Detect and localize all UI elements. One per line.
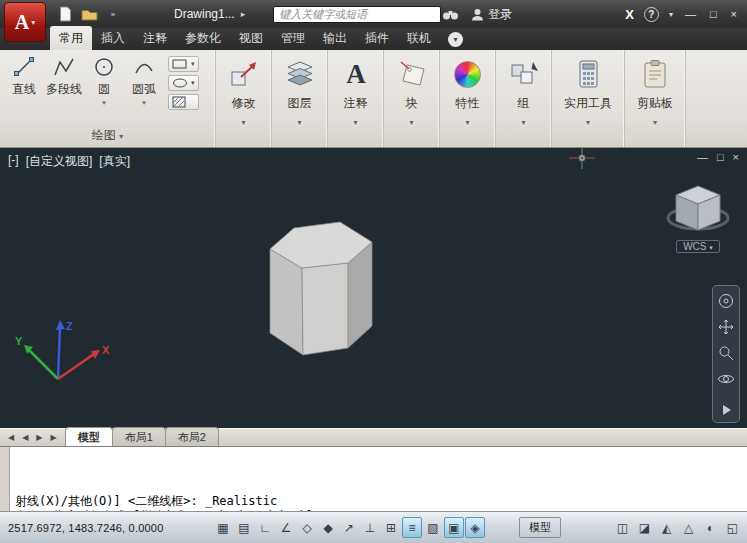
autocad-window: A ▾ » Drawing1... ▸ 登录 X bbox=[0, 0, 747, 543]
workspace-button[interactable]: ◐ bbox=[701, 518, 720, 538]
block-panel-button[interactable]: 块 ▾ bbox=[384, 50, 440, 147]
help-dropdown-icon[interactable]: ▾ bbox=[669, 10, 673, 19]
title-flyout-icon[interactable]: ▸ bbox=[241, 9, 246, 19]
showmotion-button[interactable] bbox=[717, 401, 735, 422]
steering-wheel-icon bbox=[717, 292, 735, 310]
pan-button[interactable] bbox=[717, 318, 735, 339]
clipboard-panel-button[interactable]: 剪贴板 ▾ bbox=[625, 50, 686, 147]
minimize-button[interactable]: — bbox=[683, 8, 698, 20]
app-menu-button[interactable]: A ▾ bbox=[4, 2, 46, 42]
new-file-button[interactable] bbox=[56, 4, 74, 24]
snap-toggle[interactable]: ▦ bbox=[213, 517, 233, 538]
annotation-autoscale-button[interactable]: △ bbox=[679, 518, 698, 538]
properties-panel-button[interactable]: 特性 ▾ bbox=[440, 50, 496, 147]
layout1-tab[interactable]: 布局1 bbox=[112, 427, 166, 446]
drawing-viewport[interactable]: [-] [自定义视图] [真实] — □ × Z Y X bbox=[0, 148, 747, 428]
help-button[interactable]: ? bbox=[644, 7, 659, 22]
chevron-down-icon: ▾ bbox=[709, 244, 713, 251]
block-icon bbox=[397, 59, 427, 89]
command-window-splitter[interactable] bbox=[0, 447, 10, 511]
ellipse-tool-button[interactable]: ▾ bbox=[168, 75, 199, 91]
orbit-button[interactable] bbox=[717, 370, 735, 391]
groups-panel-button[interactable]: 组 ▾ bbox=[496, 50, 552, 147]
document-title: Drawing1... bbox=[174, 7, 235, 21]
line-tool-button[interactable]: 直线 bbox=[4, 55, 44, 107]
tab-annotate[interactable]: 注释 bbox=[134, 26, 176, 50]
model-space-button[interactable]: 模型 bbox=[519, 517, 561, 538]
login-button[interactable]: 登录 bbox=[471, 6, 512, 23]
coordinates-display[interactable]: 2517.6972, 1483.7246, 0.0000 bbox=[8, 522, 213, 534]
groups-icon bbox=[509, 59, 539, 89]
next-layout-button[interactable]: ▶ bbox=[32, 433, 46, 442]
tab-parametric[interactable]: 参数化 bbox=[176, 26, 230, 50]
search-input[interactable] bbox=[273, 6, 441, 23]
showmotion-icon bbox=[717, 401, 735, 419]
ribbon-minimize-button[interactable]: ▾ bbox=[448, 32, 463, 47]
hatch-tool-button[interactable] bbox=[168, 94, 199, 110]
zoom-button[interactable] bbox=[717, 344, 735, 365]
transparency-toggle[interactable]: ▧ bbox=[423, 517, 443, 538]
tab-online[interactable]: 联机 bbox=[398, 26, 440, 50]
svg-text:Z: Z bbox=[66, 320, 73, 332]
crosshair-cursor bbox=[565, 148, 599, 176]
exchange-icon[interactable]: X bbox=[625, 7, 634, 22]
tab-view[interactable]: 视图 bbox=[230, 26, 272, 50]
ortho-toggle[interactable]: ∟ bbox=[255, 517, 275, 538]
rectangle-tool-button[interactable]: ▾ bbox=[168, 56, 199, 72]
wcs-menu[interactable]: WCS ▾ bbox=[676, 240, 720, 253]
orbit-icon bbox=[717, 370, 735, 388]
osnap3d-toggle[interactable]: ◆ bbox=[318, 517, 338, 538]
tab-insert[interactable]: 插入 bbox=[92, 26, 134, 50]
osnap-toggle[interactable]: ◇ bbox=[297, 517, 317, 538]
quickview-drawings-button[interactable]: ◪ bbox=[635, 518, 654, 538]
command-window[interactable]: 射线(X)/其他(O)] <二维线框>: _Realistic命令: 指定对角点… bbox=[0, 446, 747, 511]
cleanscreen-button[interactable]: ◱ bbox=[723, 518, 742, 538]
annotation-visibility-button[interactable]: ◭ bbox=[657, 518, 676, 538]
grid-toggle[interactable]: ▤ bbox=[234, 517, 254, 538]
ducs-toggle[interactable]: ⊥ bbox=[360, 517, 380, 538]
tab-home[interactable]: 常用 bbox=[50, 26, 92, 50]
tab-plugins[interactable]: 插件 bbox=[356, 26, 398, 50]
navigation-wheel-button[interactable] bbox=[717, 292, 735, 313]
qat-overflow-button[interactable]: » bbox=[104, 4, 122, 24]
model-tab[interactable]: 模型 bbox=[65, 427, 113, 446]
layout2-tab[interactable]: 布局2 bbox=[165, 427, 219, 446]
annotation-panel-button[interactable]: A 注释 ▾ bbox=[328, 50, 384, 147]
tab-manage[interactable]: 管理 bbox=[272, 26, 314, 50]
first-layout-button[interactable]: ◀ bbox=[4, 433, 18, 442]
last-layout-button[interactable]: ▶ bbox=[46, 433, 60, 442]
doc-minimize-button[interactable]: — bbox=[697, 151, 708, 163]
otrack-toggle[interactable]: ↗ bbox=[339, 517, 359, 538]
modify-panel-button[interactable]: 修改 ▾ bbox=[216, 50, 272, 147]
open-file-button[interactable] bbox=[80, 4, 98, 24]
doc-close-button[interactable]: × bbox=[733, 151, 739, 163]
polar-toggle[interactable]: ∠ bbox=[276, 517, 296, 538]
circle-tool-button[interactable]: 圆 ▾ bbox=[84, 55, 124, 107]
close-button[interactable]: × bbox=[729, 8, 739, 20]
quickprops-toggle[interactable]: ▣ bbox=[444, 517, 464, 538]
viewcube[interactable]: WCS ▾ bbox=[659, 178, 737, 253]
visual-style-control[interactable]: [真实] bbox=[99, 153, 130, 170]
tab-output[interactable]: 输出 bbox=[314, 26, 356, 50]
search-button[interactable] bbox=[441, 4, 459, 24]
draw-panel-label[interactable]: 绘图 ▾ bbox=[0, 127, 215, 144]
arc-tool-button[interactable]: 圆弧 ▾ bbox=[124, 55, 164, 107]
quickview-layouts-button[interactable]: ◫ bbox=[613, 518, 632, 538]
layers-panel-button[interactable]: 图层 ▾ bbox=[272, 50, 328, 147]
status-bar: 2517.6972, 1483.7246, 0.0000 ▦▤∟∠◇◆↗⊥⊞≡▧… bbox=[0, 511, 747, 543]
prev-layout-button[interactable]: ◀ bbox=[18, 433, 32, 442]
chevron-down-icon: ▾ bbox=[102, 99, 106, 107]
view-control[interactable]: [自定义视图] bbox=[26, 153, 93, 170]
polyline-icon bbox=[52, 55, 76, 79]
viewport-menu-control[interactable]: [-] bbox=[8, 153, 19, 170]
rectangle-icon bbox=[172, 58, 188, 70]
lineweight-toggle[interactable]: ≡ bbox=[402, 517, 422, 538]
utilities-panel-button[interactable]: 实用工具 ▾ bbox=[552, 50, 625, 147]
polyline-tool-button[interactable]: 多段线 bbox=[44, 55, 84, 107]
cycling-toggle[interactable]: ◈ bbox=[465, 517, 485, 538]
dyn-toggle[interactable]: ⊞ bbox=[381, 517, 401, 538]
hexagonal-prism[interactable] bbox=[258, 214, 388, 364]
doc-restore-button[interactable]: □ bbox=[717, 151, 724, 163]
zoom-icon bbox=[717, 344, 735, 362]
maximize-button[interactable]: □ bbox=[708, 8, 719, 20]
